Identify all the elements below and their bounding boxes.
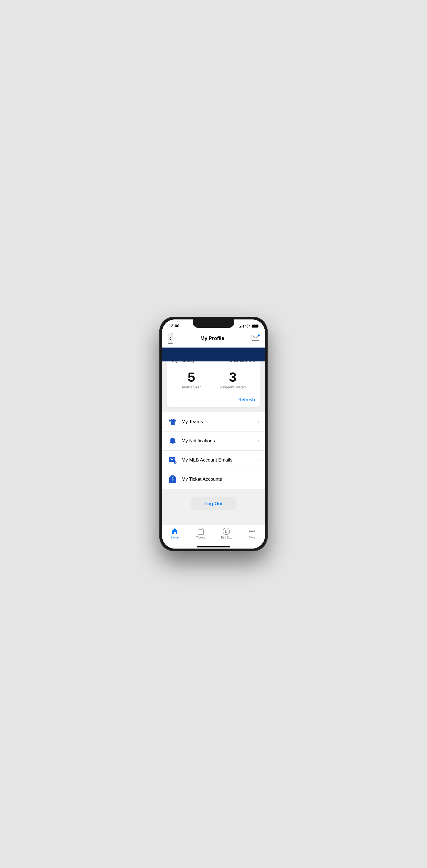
stats-divider — [172, 394, 255, 394]
checkins-label: 8 Check-Ins — [230, 362, 255, 363]
stats-row: 5 Teams Seen 3 Ballparks Visted — [172, 371, 255, 389]
back-button[interactable]: ‹ — [167, 333, 173, 344]
svg-point-3 — [172, 478, 174, 481]
tab-label-tickets: Tickets — [196, 536, 205, 539]
scroll-content: My History 8 Check-Ins 5 Teams Seen 3 Ba… — [162, 362, 265, 525]
blue-banner — [162, 347, 265, 362]
chevron-right-icon: › — [258, 438, 260, 443]
chevron-right-icon: › — [258, 419, 260, 424]
teams-seen-stat: 5 Teams Seen — [181, 371, 201, 389]
chevron-right-icon: › — [258, 458, 260, 463]
svg-text:B: B — [225, 529, 228, 533]
history-header: My History 8 Check-Ins — [172, 362, 255, 363]
teams-seen-number: 5 — [181, 371, 201, 384]
tab-redsox[interactable]: B Red Sox — [214, 527, 239, 539]
status-icons — [239, 324, 258, 328]
logout-button[interactable]: Log Out — [191, 497, 236, 510]
header: ‹ My Profile — [162, 330, 265, 347]
page-title: My Profile — [201, 336, 224, 341]
ballparks-visited-number: 3 — [220, 371, 246, 384]
menu-label-my-notifications: My Notifications — [182, 438, 258, 444]
chevron-right-icon: › — [258, 477, 260, 482]
tab-tickets[interactable]: Tickets — [188, 527, 214, 539]
wifi-icon — [245, 324, 250, 328]
history-card: My History 8 Check-Ins 5 Teams Seen 3 Ba… — [166, 362, 261, 407]
redsox-icon: B — [222, 527, 230, 535]
status-time: 12:00 — [169, 323, 179, 328]
mail-button[interactable] — [252, 335, 260, 342]
tab-label-home: Home — [171, 536, 179, 539]
home-indicator — [162, 545, 265, 549]
refresh-row: Refresh — [172, 397, 255, 402]
ticket-icon — [167, 474, 178, 484]
notch — [193, 319, 234, 328]
ballparks-visited-label: Ballparks Visted — [220, 385, 246, 389]
menu-item-my-teams[interactable]: My Teams › — [162, 412, 265, 432]
notification-dot — [257, 334, 260, 337]
bell-icon — [167, 436, 178, 446]
menu-label-my-mlb-emails: My MLB Account Emails — [182, 457, 258, 463]
svg-point-7 — [251, 530, 253, 532]
teams-seen-label: Teams Seen — [181, 385, 201, 389]
logout-section: Log Out — [166, 497, 261, 510]
ballparks-visited-stat: 3 Ballparks Visted — [220, 371, 246, 389]
svg-point-6 — [249, 530, 251, 532]
phone-screen: 12:00 ‹ — [162, 319, 265, 549]
tab-label-more: More — [249, 536, 255, 539]
tab-more[interactable]: More — [239, 527, 265, 539]
signal-icon — [239, 324, 244, 328]
battery-icon — [252, 324, 258, 328]
tickets-tab-icon — [197, 527, 205, 535]
svg-point-8 — [253, 530, 255, 532]
more-icon — [248, 527, 256, 535]
home-icon — [171, 527, 179, 535]
mail-settings-icon — [167, 455, 178, 465]
menu-label-my-teams: My Teams — [182, 419, 258, 425]
tab-label-redsox: Red Sox — [221, 536, 232, 539]
history-divider — [172, 366, 255, 366]
refresh-button[interactable]: Refresh — [238, 397, 255, 402]
phone-frame: 12:00 ‹ — [159, 317, 268, 551]
menu-item-my-notifications[interactable]: My Notifications › — [162, 432, 265, 451]
menu-section: My Teams › My Notifications › — [162, 412, 265, 489]
menu-item-my-ticket-accounts[interactable]: My Ticket Accounts › — [162, 470, 265, 489]
menu-item-my-mlb-emails[interactable]: My MLB Account Emails › — [162, 451, 265, 470]
tab-bar: Home Tickets B — [162, 525, 265, 545]
jersey-icon — [167, 417, 178, 427]
menu-label-my-ticket-accounts: My Ticket Accounts — [182, 476, 258, 482]
tab-home[interactable]: Home — [162, 527, 188, 539]
history-title: My History — [172, 362, 195, 363]
